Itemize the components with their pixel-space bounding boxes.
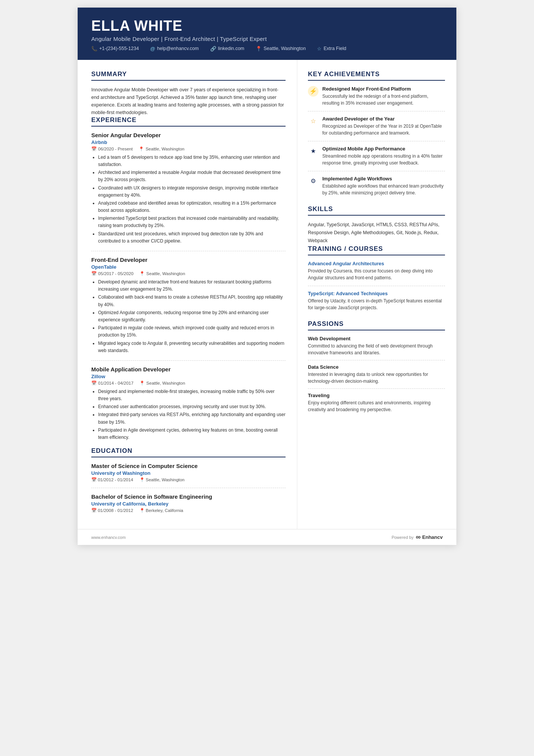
bullet-1-4: Analyzed codebase and identified areas f…	[98, 200, 286, 214]
location-icon-1: 📍	[139, 146, 144, 152]
edu-dates-2: 📅 01/2008 - 01/2012	[91, 508, 133, 513]
job-dates-2: 📅 05/2017 - 05/2020	[91, 271, 133, 276]
edu-block-1: Master of Science in Computer Science Un…	[91, 463, 286, 482]
passions-title: PASSIONS	[308, 320, 445, 330]
achievement-icon-2: ☆	[308, 116, 319, 127]
passion-item-1: Web Development Committed to advancing t…	[308, 336, 445, 360]
company-name-1: Airbnb	[91, 139, 286, 145]
bullet-2-5: Migrated legacy code to Angular 8, preve…	[98, 340, 286, 354]
edu-school-1: University of Washington	[91, 470, 286, 476]
passion-name-1: Web Development	[308, 336, 445, 341]
contact-email: @ help@enhancv.com	[150, 46, 199, 52]
left-column: SUMMARY Innovative Angular Mobile Develo…	[78, 60, 297, 529]
achievement-content-2: Awarded Developer of the Year Recognized…	[322, 116, 445, 136]
contact-linkedin: 🔗 linkedin.com	[210, 46, 244, 52]
enhancv-brand-name: Enhancv	[422, 534, 443, 540]
job-meta-3: 📅 01/2014 - 04/2017 📍 Seattle, Washingto…	[91, 380, 286, 386]
training-desc-2: Offered by Udacity, it covers in-depth T…	[308, 297, 445, 311]
edu-degree-1: Master of Science in Computer Science	[91, 463, 286, 469]
passion-item-3: Traveling Enjoy exploring different cult…	[308, 393, 445, 417]
footer-website: www.enhancv.com	[91, 535, 126, 540]
candidate-name: ELLA WHITE	[91, 18, 443, 34]
passion-desc-2: Interested in leveraging data to unlock …	[308, 371, 445, 385]
location-icon-edu-2: 📍	[139, 508, 145, 513]
candidate-title: Angular Mobile Developer | Front-End Arc…	[91, 36, 443, 42]
enhancv-logo-icon: ∞	[416, 533, 421, 541]
bullet-2-3: Optimized Angular components, reducing r…	[98, 309, 286, 324]
passion-item-2: Data Science Interested in leveraging da…	[308, 364, 445, 389]
experience-title: EXPERIENCE	[91, 116, 286, 127]
email-icon: @	[150, 46, 155, 52]
achievement-item-4: ⚙ Implemented Agile Workflows Establishe…	[308, 176, 445, 201]
bullet-3-3: Integrated third-party services via REST…	[98, 411, 286, 426]
achievements-section: KEY ACHIEVEMENTS ⚡ Redesigned Major Fron…	[308, 70, 445, 201]
location-icon-edu-1: 📍	[139, 477, 145, 482]
resume-body: SUMMARY Innovative Angular Mobile Develo…	[78, 60, 456, 529]
edu-location-1: 📍 Seattle, Washington	[139, 477, 185, 482]
job-bullets-1: Led a team of 5 developers to reduce app…	[91, 154, 286, 245]
training-item-1: Advanced Angular Architectures Provided …	[308, 261, 445, 286]
edu-block-2: Bachelor of Science in Software Engineer…	[91, 493, 286, 513]
phone-icon: 📞	[91, 46, 97, 52]
achievement-item-3: ★ Optimized Mobile App Performance Strea…	[308, 146, 445, 171]
edu-degree-2: Bachelor of Science in Software Engineer…	[91, 493, 286, 500]
resume-header: ELLA WHITE Angular Mobile Developer | Fr…	[78, 8, 456, 60]
skills-title: SKILLS	[308, 205, 445, 216]
calendar-icon-3: 📅	[91, 380, 97, 386]
achievement-title-3: Optimized Mobile App Performance	[322, 146, 445, 152]
achievement-content-4: Implemented Agile Workflows Established …	[322, 176, 445, 196]
company-name-2: OpenTable	[91, 264, 286, 270]
location-icon-2: 📍	[139, 271, 145, 276]
achievement-desc-4: Established agile workflows that enhance…	[322, 183, 445, 196]
bullet-1-3: Coordinated with UX designers to integra…	[98, 185, 286, 199]
edu-location-2: 📍 Berkeley, California	[139, 508, 183, 513]
training-name-2: TypeScript: Advanced Techniques	[308, 291, 445, 296]
linkedin-icon: 🔗	[210, 46, 216, 52]
right-column: KEY ACHIEVEMENTS ⚡ Redesigned Major Fron…	[297, 60, 456, 529]
bullet-1-6: Standardized unit test procedures, which…	[98, 230, 286, 245]
bullet-1-1: Led a team of 5 developers to reduce app…	[98, 154, 286, 168]
location-icon: 📍	[256, 46, 262, 52]
bullet-1-5: Implemented TypeScript best practices th…	[98, 215, 286, 229]
passion-name-2: Data Science	[308, 364, 445, 370]
edu-meta-2: 📅 01/2008 - 01/2012 📍 Berkeley, Californ…	[91, 508, 286, 513]
enhancv-logo: ∞ Enhancv	[416, 533, 443, 541]
job-block-3: Mobile Application Developer Zillow 📅 01…	[91, 366, 286, 441]
achievement-content-3: Optimized Mobile App Performance Streaml…	[322, 146, 445, 166]
job-bullets-2: Developed dynamic and interactive front-…	[91, 279, 286, 354]
bullet-3-4: Participated in Agile development cycles…	[98, 427, 286, 441]
job-meta-1: 📅 06/2020 - Present 📍 Seattle, Washingto…	[91, 146, 286, 152]
training-section: TRAINING / COURSES Advanced Angular Arch…	[308, 245, 445, 316]
star-icon: ☆	[317, 46, 322, 52]
bullet-3-2: Enhanced user authentication processes, …	[98, 403, 286, 410]
achievement-desc-2: Recognized as Developer of the Year in 2…	[322, 123, 445, 136]
job-dates-1: 📅 06/2020 - Present	[91, 146, 133, 152]
calendar-icon-edu-2: 📅	[91, 508, 97, 513]
achievement-item-2: ☆ Awarded Developer of the Year Recogniz…	[308, 116, 445, 141]
training-title: TRAINING / COURSES	[308, 245, 445, 255]
passions-section: PASSIONS Web Development Committed to ad…	[308, 320, 445, 417]
calendar-icon-1: 📅	[91, 146, 97, 152]
edu-meta-1: 📅 01/2012 - 01/2014 📍 Seattle, Washingto…	[91, 477, 286, 482]
bullet-2-1: Developed dynamic and interactive front-…	[98, 279, 286, 293]
bullet-2-2: Collaborated with back-end teams to crea…	[98, 294, 286, 308]
skills-text: Angular, TypeScript, JavaScript, HTML5, …	[308, 221, 445, 245]
contact-row: 📞 +1-(234)-555-1234 @ help@enhancv.com 🔗…	[91, 46, 443, 52]
education-section: EDUCATION Master of Science in Computer …	[91, 447, 286, 513]
education-title: EDUCATION	[91, 447, 286, 457]
footer-brand: Powered by ∞ Enhancv	[392, 533, 443, 541]
training-name-1: Advanced Angular Architectures	[308, 261, 445, 266]
job-location-3: 📍 Seattle, Washington	[139, 380, 185, 386]
passion-desc-1: Committed to advancing the field of web …	[308, 343, 445, 356]
passion-desc-3: Enjoy exploring different cultures and e…	[308, 399, 445, 413]
achievement-item-1: ⚡ Redesigned Major Front-End Platform Su…	[308, 86, 445, 111]
job-bullets-3: Designed and implemented mobile-first st…	[91, 388, 286, 441]
bullet-1-2: Architected and implemented a reusable A…	[98, 169, 286, 183]
contact-phone: 📞 +1-(234)-555-1234	[91, 46, 139, 52]
contact-extra: ☆ Extra Field	[317, 46, 346, 52]
experience-section: EXPERIENCE Senior Angular Developer Airb…	[91, 116, 286, 441]
achievement-content-1: Redesigned Major Front-End Platform Succ…	[322, 86, 445, 106]
job-dates-3: 📅 01/2014 - 04/2017	[91, 380, 133, 386]
achievement-desc-3: Streamlined mobile app operations result…	[322, 153, 445, 166]
job-title-2: Front-End Developer	[91, 257, 286, 263]
